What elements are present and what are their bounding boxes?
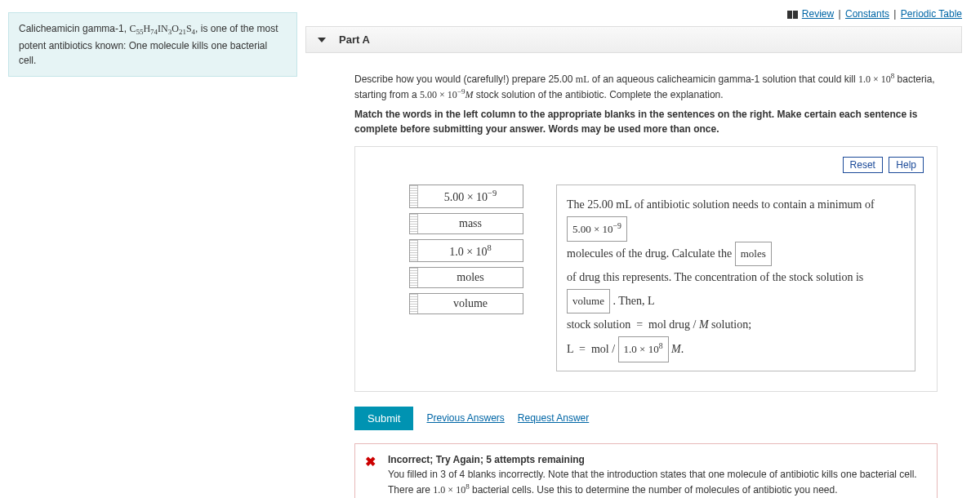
request-answer-link[interactable]: Request Answer	[518, 412, 589, 424]
info-text-pre: Calicheamicin gamma-1,	[19, 23, 129, 34]
feedback-body: bacterial cells. Use this to determine t…	[470, 484, 838, 496]
sentence-text: of antibiotic solution needs to contain …	[631, 198, 874, 211]
separator: |	[837, 8, 843, 20]
feedback-panel: ✖ Incorrect; Try Again; 5 attempts remai…	[354, 443, 938, 498]
sentence-text: The 25.00	[567, 198, 616, 211]
prompt-text: Describe how you would (carefully!) prep…	[354, 73, 576, 85]
part-title: Part A	[339, 33, 370, 46]
feedback-title: Incorrect; Try Again; 5 attempts remaini…	[388, 454, 585, 465]
prompt-unit: mL	[576, 73, 590, 85]
instructions: Match the words in the left column to th…	[354, 107, 938, 136]
flag-icon	[793, 11, 798, 19]
question-prompt: Describe how you would (carefully!) prep…	[354, 71, 938, 102]
sentence-unit: mL	[616, 198, 631, 211]
prompt-text: of an aqueous calicheamicin gamma-1 solu…	[589, 73, 858, 85]
sentence-text: . Then,	[610, 295, 648, 307]
token-column: 5.00 × 10−9 mass 1.0 × 108 moles volume	[409, 185, 523, 371]
sentence-text: .	[681, 344, 684, 356]
sentence-text: L = mol /	[567, 344, 618, 356]
submit-button[interactable]: Submit	[354, 407, 413, 430]
grip-icon	[410, 294, 418, 313]
context-info-box: Calicheamicin gamma-1, C55H74IN3O21S4, i…	[8, 12, 297, 77]
feedback-number: 1.0 × 108	[433, 484, 469, 496]
drag-token[interactable]: 1.0 × 108	[409, 239, 523, 263]
previous-answers-link[interactable]: Previous Answers	[426, 412, 504, 424]
sentence-text: molecules of the drug. Calculate the	[567, 247, 735, 260]
info-formula: C55H74IN3O21S4	[129, 23, 195, 34]
constants-link[interactable]: Constants	[845, 8, 889, 20]
drop-blank-4[interactable]: 1.0 × 108	[618, 336, 669, 362]
drag-token[interactable]: moles	[409, 267, 523, 288]
token-label: 1.0 × 108	[418, 240, 523, 262]
grip-icon	[410, 214, 418, 233]
sentence-unit: L	[648, 295, 655, 307]
token-label: volume	[418, 294, 523, 313]
drag-token[interactable]: volume	[409, 293, 523, 314]
prompt-unit: M	[465, 89, 473, 100]
drop-blank-2[interactable]: moles	[735, 242, 772, 266]
top-link-bar: Review | Constants | Periodic Table	[305, 0, 980, 26]
chevron-down-icon	[318, 38, 326, 42]
help-button[interactable]: Help	[889, 157, 924, 173]
drag-drop-area: Reset Help 5.00 × 10−9 mass 1.0 × 108 mo…	[354, 146, 938, 392]
drag-token[interactable]: 5.00 × 10−9	[409, 185, 523, 208]
grip-icon	[410, 268, 418, 287]
token-label: mass	[418, 214, 523, 233]
drop-blank-1[interactable]: 5.00 × 10−9	[567, 216, 627, 242]
x-icon: ✖	[365, 452, 376, 472]
periodic-table-link[interactable]: Periodic Table	[901, 8, 962, 20]
drag-token[interactable]: mass	[409, 213, 523, 234]
separator: |	[892, 8, 898, 20]
token-label: 5.00 × 10−9	[418, 185, 523, 207]
sentence-target: The 25.00 mL of antibiotic solution need…	[556, 185, 915, 371]
reset-button[interactable]: Reset	[843, 157, 883, 173]
sentence-text: of drug this represents. The concentrati…	[567, 271, 863, 283]
part-header[interactable]: Part A	[305, 26, 962, 53]
review-link[interactable]: Review	[802, 8, 834, 20]
drop-blank-3[interactable]: volume	[567, 289, 610, 313]
sentence-text: stock solution = mol drug / M solution;	[567, 318, 751, 331]
prompt-number: 5.00 × 10−9	[420, 89, 465, 100]
sentence-unit: M	[671, 344, 681, 356]
token-label: moles	[418, 268, 523, 287]
prompt-text: stock solution of the antibiotic. Comple…	[473, 89, 723, 100]
grip-icon	[410, 240, 418, 262]
prompt-number: 1.0 × 108	[858, 73, 894, 85]
grip-icon	[410, 185, 418, 207]
flag-icon	[787, 11, 792, 19]
